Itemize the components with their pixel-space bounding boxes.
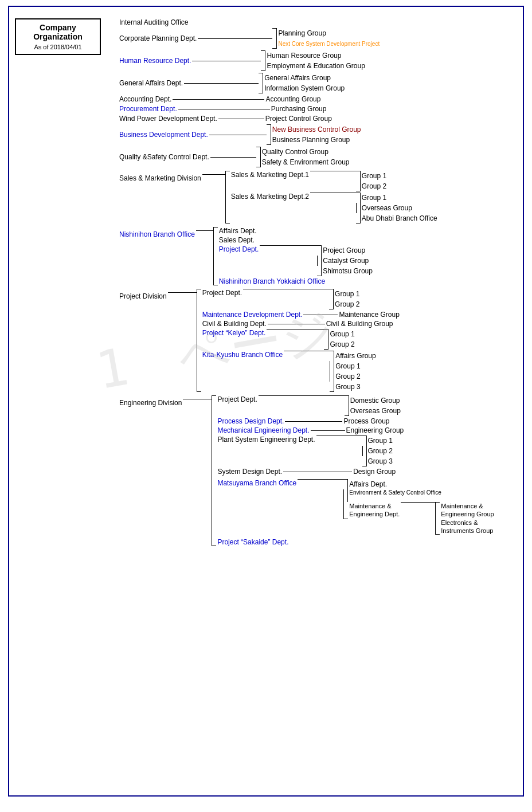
- main-page: Company Organization As of 2018/04/01 1 …: [8, 6, 524, 797]
- pd-line: [243, 289, 329, 289]
- sm-d1-group2: Group 2: [361, 182, 388, 190]
- hr-line: [192, 61, 261, 61]
- acc-line: [173, 99, 264, 100]
- nishi-pg3-row: Shimotsu Group: [317, 266, 374, 276]
- title-line2: Organization: [22, 32, 94, 41]
- plant-g2-row: Group 2: [362, 446, 394, 456]
- pd-group1: Group 1: [334, 290, 361, 298]
- sm-dept1-groups: Group 1 Group 2: [356, 171, 388, 191]
- next-core-system: Next Core System Development Project: [277, 41, 381, 47]
- pd-vb-top: [329, 289, 334, 299]
- vbracket-top: [272, 28, 277, 38]
- pd-g2-row: Group 2: [329, 299, 361, 309]
- matsuyama-row: Matsuyama Branch Office Affairs Dept.: [216, 479, 495, 535]
- proj-vb-mid: [197, 310, 201, 371]
- accounting-row: Accounting Dept. Accounting Group: [118, 95, 511, 103]
- vb-bot: [261, 61, 265, 71]
- eng-division: Engineering Division: [118, 399, 183, 407]
- nishi-yokkaichi: Nishinihon Branch Yokkaichi Office: [218, 277, 326, 285]
- kk-g2-row: Group 2: [330, 371, 377, 382]
- internal-auditing-row: Internal Auditing Office: [118, 18, 511, 26]
- eng-bracket: Project Dept. Domestic Group Overseas Gr…: [212, 395, 495, 546]
- nishi-depts: Affairs Dept. Sales Dept. Project Dept.: [218, 227, 374, 285]
- planning-group: Planning Group: [277, 29, 327, 37]
- vb-bot3: [267, 135, 271, 145]
- keiyo-groups: Group 1 Group 2: [324, 329, 355, 350]
- wp-line: [218, 119, 264, 119]
- mat-line: [298, 479, 343, 480]
- keiyo-g2-row: Group 2: [324, 339, 355, 350]
- nishi-pg1-row: Project Group: [317, 245, 374, 256]
- process-group: Process Group: [342, 417, 390, 425]
- sm-div-line: [202, 174, 225, 175]
- nishi-pg2-row: Catalyst Group: [317, 256, 374, 266]
- keiyo-row: Project “Keiyo” Dept. Group 1 Group 2: [201, 329, 401, 350]
- nishi-vbp-top: [317, 245, 322, 256]
- nishi-sales-dept: Sales Dept.: [218, 236, 256, 244]
- plant-vb-bot: [362, 456, 367, 466]
- vb-top: [261, 50, 265, 61]
- pse-line: [316, 436, 362, 436]
- proj-div-cell: Project Division: [118, 289, 197, 300]
- general-affairs-dept: General Affairs Dept.: [118, 79, 184, 87]
- top-section: Internal Auditing Office Corporate Plann…: [118, 18, 511, 167]
- mat-maint-dept: Maintenance &Engineering Dept.: [348, 502, 401, 519]
- eng-proj-row: Project Dept. Domestic Group Overseas Gr…: [216, 395, 495, 416]
- system-design-dept: System Design Dept.: [216, 468, 283, 476]
- vb-top4: [256, 147, 261, 157]
- plant-group3: Group 3: [367, 457, 394, 465]
- sd-line: [283, 472, 352, 472]
- proj-div-line: [168, 292, 197, 293]
- employment-edu-group: Employment & Education Group: [265, 62, 366, 70]
- title-box: Company Organization As of 2018/04/01: [15, 18, 101, 55]
- quality-control-row: Quality Control Group: [256, 147, 351, 157]
- mat-groups-bracket: Maintenance &Engineering Group Electroni…: [435, 502, 495, 535]
- nishi-sales-row: Sales Dept.: [218, 236, 374, 244]
- wind-power-dept: Wind Power Development Dept.: [118, 115, 218, 123]
- maint-group: Maintenance Group: [338, 311, 400, 319]
- vb-top3: [267, 124, 271, 135]
- vb-bot2: [259, 83, 263, 93]
- new-business-row: New Business Control Group: [267, 124, 362, 135]
- plant-g3-row: Group 3: [362, 456, 394, 466]
- project-section: Project Division Project Dept.: [118, 289, 511, 392]
- keiyo-dept: Project “Keiyo” Dept.: [201, 329, 267, 337]
- hr-group-row: Human Resource Group: [261, 50, 366, 61]
- mat-affairs-dept: Affairs Dept.: [348, 480, 388, 488]
- eng-div-line: [183, 399, 212, 399]
- eng-proj-dept: Project Dept.: [216, 395, 258, 403]
- sm-vb2-mid: [356, 203, 361, 213]
- sm-dept2-row: Sales & Marketing Dept.2 Group 1 Oversea…: [230, 193, 439, 223]
- nishi-vb-m1: [213, 242, 218, 256]
- sm-d2-line: [310, 193, 356, 193]
- nishi-cell: Nishinihon Branch Office: [118, 227, 213, 238]
- civil-building-dept: Civil & Building Dept.: [201, 320, 268, 328]
- engineering-section: Engineering Division Project Dept.: [118, 395, 511, 546]
- safety-env-group: Safety & Environment Group: [261, 158, 351, 166]
- nishi-vbar: [213, 227, 218, 285]
- procurement-row: Procurement Dept. Purchasing Group: [118, 105, 511, 113]
- ep-ov-row: Overseas Group: [345, 406, 402, 416]
- project-control-group: Project Control Group: [264, 115, 333, 123]
- md-line: [303, 315, 338, 315]
- ep-domestic-group: Domestic Group: [349, 397, 401, 405]
- keiyo-group2: Group 2: [328, 340, 355, 348]
- maint-dev-dept: Maintenance Development Dept.: [201, 311, 304, 319]
- process-design-row: Process Design Dept. Process Group: [216, 417, 495, 425]
- kita-kyushu: Kita-Kyushu Branch Office: [201, 351, 284, 359]
- maint-dev-row: Maintenance Development Dept. Maintenanc…: [201, 311, 401, 319]
- kk-vb-m2: [330, 371, 334, 382]
- sm-d2-overseas-row: Overseas Group: [356, 203, 439, 213]
- sm-division: Sales & Marketing Division: [118, 174, 202, 182]
- proj-dept-groups: Group 1 Group 2: [329, 289, 361, 309]
- ep-vb-top: [345, 395, 349, 406]
- sales-marketing-section: Sales & Marketing Division Sales & Marke…: [118, 171, 511, 223]
- kk-groups: Affairs Group Group 1 Group 2: [330, 351, 377, 392]
- hr-group: Human Resource Group: [265, 52, 342, 60]
- sm-d1-g2-row: Group 2: [356, 181, 388, 191]
- business-planning-group: Business Planning Group: [271, 136, 351, 144]
- mat-vb-m1: [343, 489, 348, 502]
- qs-line: [210, 157, 256, 158]
- sm-d2-group1: Group 1: [361, 194, 388, 202]
- sm-vb2-bot: [356, 213, 361, 223]
